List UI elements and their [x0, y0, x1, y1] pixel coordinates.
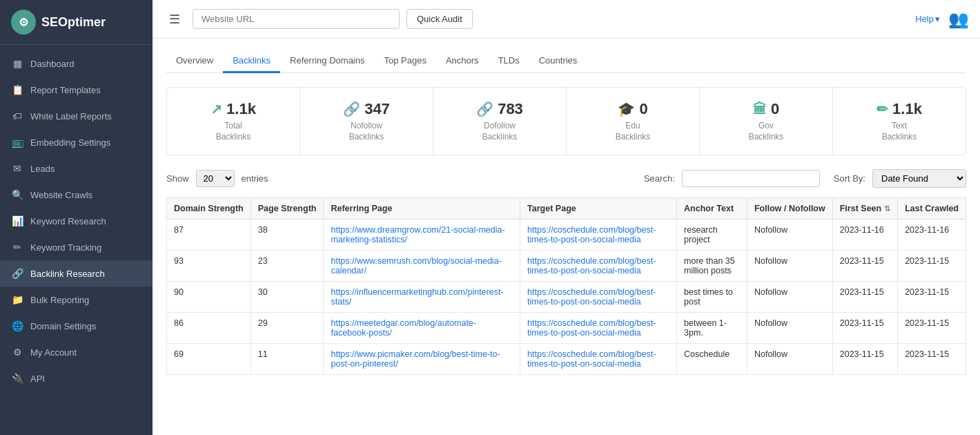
referring-page-cell-link[interactable]: https://www.picmaker.com/blog/best-time-… — [331, 349, 500, 369]
entries-select[interactable]: 102050100 — [196, 170, 235, 187]
embedding-settings-label: Embedding Settings — [30, 137, 110, 148]
stat-text-backlinks: ✏ 1.1k TextBacklinks — [833, 88, 966, 155]
sidebar-item-bulk-reporting[interactable]: 📁 Bulk Reporting — [0, 287, 153, 313]
gov-backlinks-label: GovBacklinks — [711, 121, 821, 142]
follow-nofollow-cell: Nofollow — [747, 251, 832, 282]
page-strength-cell: 29 — [251, 313, 324, 344]
target-page-cell[interactable]: https://coschedule.com/blog/best-times-t… — [520, 220, 677, 251]
sidebar-item-keyword-tracking[interactable]: ✏ Keyword Tracking — [0, 234, 153, 260]
backlink-research-icon: 🔗 — [11, 267, 23, 280]
sidebar-item-white-label-reports[interactable]: 🏷 White Label Reports — [0, 103, 153, 129]
stats-row: ↗ 1.1k TotalBacklinks 🔗 347 NofollowBack… — [166, 87, 966, 155]
text-backlinks-value: ✏ 1.1k — [844, 100, 954, 118]
entries-label: entries — [242, 173, 268, 184]
text-backlinks-label: TextBacklinks — [844, 121, 954, 142]
help-dropdown-icon: ▾ — [935, 14, 940, 24]
total-backlinks-label: TotalBacklinks — [178, 121, 288, 142]
tab-referring-domains[interactable]: Referring Domains — [280, 50, 374, 73]
my-account-icon: ⚙ — [11, 346, 23, 358]
white-label-reports-label: White Label Reports — [30, 111, 112, 122]
logo-icon: ⚙ — [11, 10, 36, 35]
report-templates-label: Report Templates — [30, 85, 101, 95]
table-row: 8629https://meetedgar.com/blog/automate-… — [167, 313, 966, 344]
stat-total-backlinks: ↗ 1.1k TotalBacklinks — [167, 88, 300, 155]
first-seen-cell: 2023-11-15 — [832, 344, 897, 375]
sidebar-item-api[interactable]: 🔌 API — [0, 365, 153, 392]
help-button[interactable]: Help ▾ — [915, 14, 940, 24]
topbar-right: Help ▾ 👥 — [915, 10, 969, 29]
target-page-cell-link[interactable]: https://coschedule.com/blog/best-times-t… — [527, 318, 656, 338]
url-input[interactable] — [193, 9, 400, 29]
target-page-cell[interactable]: https://coschedule.com/blog/best-times-t… — [520, 251, 677, 282]
target-page-cell-link[interactable]: https://coschedule.com/blog/best-times-t… — [527, 349, 656, 369]
website-crawls-label: Website Crawls — [30, 190, 92, 200]
referring-page-cell-link[interactable]: https://influencermarketinghub.com/pinte… — [331, 287, 503, 307]
last-crawled-cell: 2023-11-15 — [898, 251, 966, 282]
keyword-research-icon: 📊 — [11, 215, 23, 227]
sidebar-item-keyword-research[interactable]: 📊 Keyword Research — [0, 208, 153, 234]
anchor-text-cell: more than 35 million posts — [677, 251, 747, 282]
first-seen-cell: 2023-11-15 — [832, 251, 897, 282]
target-page-cell[interactable]: https://coschedule.com/blog/best-times-t… — [520, 282, 677, 313]
tab-tlds[interactable]: TLDs — [489, 50, 529, 73]
domain-settings-label: Domain Settings — [30, 321, 96, 331]
follow-nofollow-cell: Nofollow — [747, 313, 832, 344]
sidebar-item-leads[interactable]: ✉ Leads — [0, 155, 153, 182]
hamburger-button[interactable]: ☰ — [164, 9, 186, 30]
domain-strength-cell: 90 — [167, 282, 251, 313]
sidebar-item-embedding-settings[interactable]: 📺 Embedding Settings — [0, 129, 153, 155]
referring-page-cell-link[interactable]: https://www.semrush.com/blog/social-medi… — [331, 256, 501, 276]
sidebar-item-my-account[interactable]: ⚙ My Account — [0, 339, 153, 365]
nofollow-backlinks-label: NofollowBacklinks — [311, 121, 422, 142]
sidebar-item-report-templates[interactable]: 📋 Report Templates — [0, 77, 153, 103]
sidebar-item-website-crawls[interactable]: 🔍 Website Crawls — [0, 182, 153, 208]
tab-backlinks[interactable]: Backlinks — [223, 50, 280, 73]
tab-overview[interactable]: Overview — [166, 50, 223, 73]
anchor-text-cell: Coschedule — [677, 344, 747, 375]
target-page-cell[interactable]: https://coschedule.com/blog/best-times-t… — [520, 313, 677, 344]
last-crawled-cell: 2023-11-16 — [898, 220, 966, 251]
gov-backlinks-value: 🏛 0 — [711, 100, 821, 118]
sidebar-item-backlink-research[interactable]: 🔗 Backlink Research — [0, 260, 153, 287]
user-avatar-icon[interactable]: 👥 — [948, 10, 969, 29]
referring-page-cell[interactable]: https://meetedgar.com/blog/automate-face… — [324, 313, 520, 344]
tab-countries[interactable]: Countries — [529, 50, 587, 73]
page-content: OverviewBacklinksReferring DomainsTop Pa… — [153, 39, 980, 435]
edu-backlinks-icon: 🎓 — [618, 101, 635, 117]
col-first-seen[interactable]: First Seen⇅ — [832, 198, 897, 220]
sidebar-logo: ⚙ SEOptimer — [0, 0, 153, 45]
sortby-select[interactable]: Date FoundDomain StrengthPage Strength — [872, 169, 966, 188]
tab-anchors[interactable]: Anchors — [436, 50, 489, 73]
total-backlinks-icon: ↗ — [210, 101, 222, 117]
referring-page-cell-link[interactable]: https://meetedgar.com/blog/automate-face… — [331, 318, 476, 338]
referring-page-cell-link[interactable]: https://www.dreamgrow.com/21-social-medi… — [331, 225, 504, 244]
page-strength-cell: 30 — [251, 282, 324, 313]
col-referring-page: Referring Page — [324, 198, 520, 220]
sidebar-item-domain-settings[interactable]: 🌐 Domain Settings — [0, 313, 153, 339]
stat-edu-backlinks: 🎓 0 EduBacklinks — [567, 88, 700, 155]
first-seen-cell: 2023-11-15 — [832, 282, 897, 313]
quick-audit-button[interactable]: Quick Audit — [406, 9, 473, 29]
sidebar-item-dashboard[interactable]: ▦ Dashboard — [0, 50, 153, 77]
col-last-crawled: Last Crawled — [898, 198, 966, 220]
table-row: 9323https://www.semrush.com/blog/social-… — [167, 251, 966, 282]
text-backlinks-icon: ✏ — [876, 101, 888, 117]
table-row: 9030https://influencermarketinghub.com/p… — [167, 282, 966, 313]
referring-page-cell[interactable]: https://www.picmaker.com/blog/best-time-… — [324, 344, 520, 375]
target-page-cell-link[interactable]: https://coschedule.com/blog/best-times-t… — [527, 225, 656, 244]
target-page-cell-link[interactable]: https://coschedule.com/blog/best-times-t… — [527, 256, 656, 276]
col-target-page: Target Page — [520, 198, 677, 220]
main-content: ☰ Quick Audit Help ▾ 👥 OverviewBacklinks… — [153, 0, 980, 435]
report-templates-icon: 📋 — [11, 84, 23, 96]
search-label: Search: — [644, 173, 675, 184]
referring-page-cell[interactable]: https://www.dreamgrow.com/21-social-medi… — [324, 220, 520, 251]
referring-page-cell[interactable]: https://influencermarketinghub.com/pinte… — [324, 282, 520, 313]
referring-page-cell[interactable]: https://www.semrush.com/blog/social-medi… — [324, 251, 520, 282]
last-crawled-cell: 2023-11-15 — [898, 282, 966, 313]
api-icon: 🔌 — [11, 372, 23, 385]
search-input[interactable] — [682, 170, 820, 187]
stat-gov-backlinks: 🏛 0 GovBacklinks — [700, 88, 833, 155]
target-page-cell-link[interactable]: https://coschedule.com/blog/best-times-t… — [527, 287, 656, 307]
target-page-cell[interactable]: https://coschedule.com/blog/best-times-t… — [520, 344, 677, 375]
tab-top-pages[interactable]: Top Pages — [374, 50, 435, 73]
